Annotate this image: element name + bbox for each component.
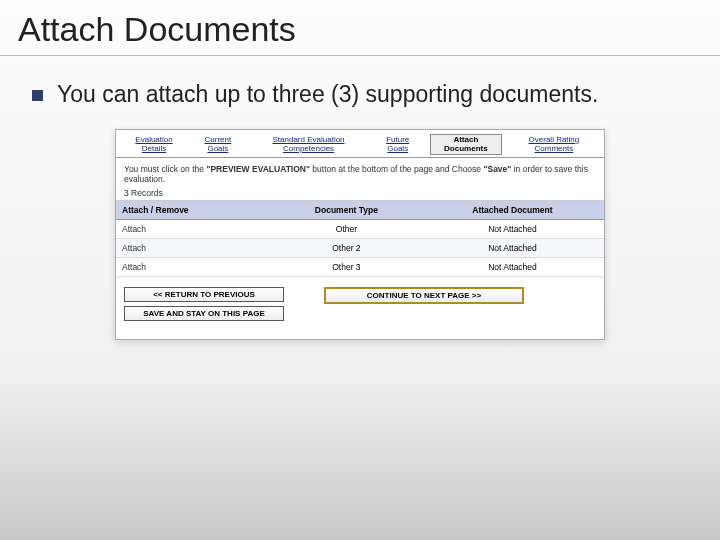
col-attach-remove: Attach / Remove [116, 201, 272, 220]
button-col-left: << RETURN TO PREVIOUS SAVE AND STAY ON T… [124, 287, 284, 321]
records-count: 3 Records [124, 188, 596, 198]
tab-attach-documents[interactable]: Attach Documents [430, 134, 502, 156]
save-button[interactable]: SAVE AND STAY ON THIS PAGE [124, 306, 284, 321]
attached-cell: Not Attached [421, 239, 604, 258]
bullet-icon [32, 90, 43, 101]
instruction-text: You must click on the "PREVIEW EVALUATIO… [124, 164, 588, 184]
instruction-bold-preview: "PREVIEW EVALUATION" [206, 164, 310, 174]
body-text: You can attach up to three (3) supportin… [57, 80, 598, 109]
instruction-prefix: You must click on the [124, 164, 206, 174]
instruction-mid: button at the bottom of the page and Cho… [310, 164, 483, 174]
col-attached-document: Attached Document [421, 201, 604, 220]
continue-button[interactable]: CONTINUE TO NEXT PAGE >> [324, 287, 524, 304]
attach-link[interactable]: Attach [116, 220, 272, 239]
doctype-cell: Other 3 [272, 258, 421, 277]
doctype-cell: Other 2 [272, 239, 421, 258]
tab-standard-competencies[interactable]: Standard Evaluation Competencies [252, 134, 366, 156]
tab-current-goals[interactable]: Current Goals [194, 134, 242, 156]
table-row: Attach Other 3 Not Attached [116, 258, 604, 277]
return-button[interactable]: << RETURN TO PREVIOUS [124, 287, 284, 302]
page-title: Attach Documents [0, 0, 720, 56]
table-row: Attach Other 2 Not Attached [116, 239, 604, 258]
attached-cell: Not Attached [421, 220, 604, 239]
doctype-cell: Other [272, 220, 421, 239]
tab-overall-rating[interactable]: Overall Rating Comments [512, 134, 596, 156]
tab-bar: Evaluation Details Current Goals Standar… [116, 130, 604, 159]
button-col-right: CONTINUE TO NEXT PAGE >> [324, 287, 524, 321]
body-bullet-row: You can attach up to three (3) supportin… [0, 56, 720, 109]
col-document-type: Document Type [272, 201, 421, 220]
attached-cell: Not Attached [421, 258, 604, 277]
tab-future-goals[interactable]: Future Goals [375, 134, 419, 156]
embedded-screenshot: Evaluation Details Current Goals Standar… [115, 129, 605, 341]
attach-link[interactable]: Attach [116, 239, 272, 258]
instruction-bold-save: "Save" [483, 164, 511, 174]
attachments-table: Attach / Remove Document Type Attached D… [116, 201, 604, 277]
table-header-row: Attach / Remove Document Type Attached D… [116, 201, 604, 220]
tab-evaluation-details[interactable]: Evaluation Details [124, 134, 184, 156]
instruction-box: You must click on the "PREVIEW EVALUATIO… [116, 158, 604, 201]
button-row: << RETURN TO PREVIOUS SAVE AND STAY ON T… [116, 277, 604, 339]
table-row: Attach Other Not Attached [116, 220, 604, 239]
attach-link[interactable]: Attach [116, 258, 272, 277]
